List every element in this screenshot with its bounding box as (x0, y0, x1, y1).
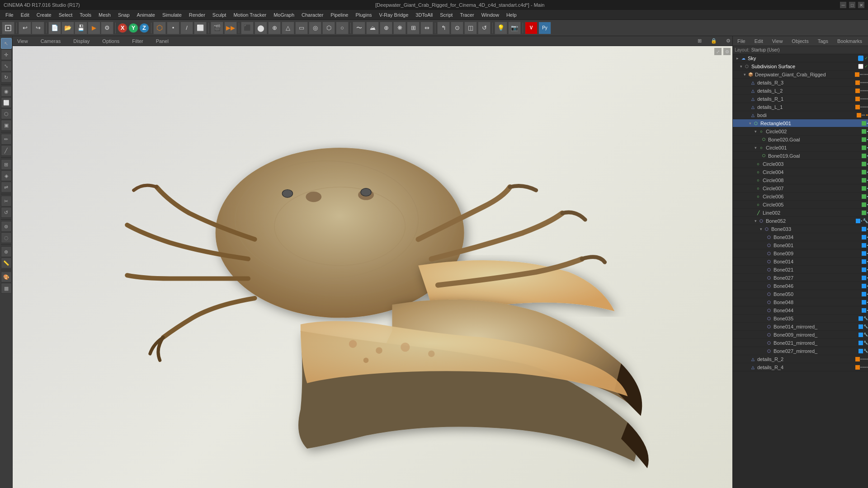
menu-help[interactable]: Help (503, 11, 520, 19)
menu-vray[interactable]: V-Ray Bridge (376, 11, 412, 19)
obj-circle008[interactable]: ○ Circle008 • (733, 176, 868, 184)
obj-bodi[interactable]: △ bodi ▪▪▪ ● (733, 111, 868, 119)
minimize-button[interactable]: ─ (840, 2, 846, 8)
toolbar-render-settings[interactable]: ⚙ (101, 22, 113, 34)
tool-poly-select[interactable]: ▣ (1, 120, 12, 131)
toolbar-new[interactable]: 📄 (48, 22, 61, 34)
toolbar-landscape[interactable]: ⛰ (366, 22, 379, 34)
viewport-tab-options[interactable]: Options (99, 38, 122, 45)
menu-sculpt[interactable]: Sculpt (209, 11, 230, 19)
obj-bone021-mirrored[interactable]: ⬡ Bone021_mirrored_ 🔧 (733, 339, 868, 347)
toolbar-pyramid[interactable]: ⬡ (322, 22, 335, 34)
obj-circle001[interactable]: ▾ ○ Circle001 • (733, 144, 868, 152)
toolbar-undo[interactable]: ↩ (19, 22, 31, 34)
viewport-icon-expand[interactable]: ⊞ (698, 38, 702, 44)
obj-bone048[interactable]: ⬡ Bone048 • (733, 298, 868, 306)
obj-sky[interactable]: ▸ ☁ Sky ✓ (733, 54, 868, 62)
viewport-tab-filter[interactable]: Filter (129, 38, 146, 45)
viewport-expand-icon[interactable]: ⤢ (714, 48, 722, 55)
toolbar-array[interactable]: ⊞ (407, 22, 420, 34)
menu-pipeline[interactable]: Pipeline (327, 11, 352, 19)
tool-smooth[interactable]: ◌ (1, 232, 12, 243)
obj-bone035[interactable]: ⬡ Bone035 🔧 (733, 314, 868, 323)
menu-simulate[interactable]: Simulate (159, 11, 185, 19)
subdiv-expand[interactable]: ▾ (740, 64, 742, 69)
toolbar-bend[interactable]: ↰ (437, 22, 450, 34)
tool-knife[interactable]: ✂ (1, 196, 12, 206)
tool-bevel[interactable]: ◈ (1, 170, 12, 181)
tool-pen[interactable]: ✏ (1, 134, 12, 145)
deepwater-expand[interactable]: ▾ (744, 72, 746, 77)
menu-tools[interactable]: Tools (76, 11, 95, 19)
rect001-expand[interactable]: ▾ (749, 121, 751, 126)
menu-create[interactable]: Create (33, 11, 55, 19)
tool-magnet[interactable]: ⊛ (1, 221, 12, 232)
obj-details-r4[interactable]: △ details_R_4 ▪▪▪▪▪▪ (733, 363, 868, 371)
menu-tracer[interactable]: Tracer (456, 11, 477, 19)
obj-rectangle001[interactable]: ▾ ⬡ Rectangle001 • (733, 119, 868, 127)
panel-tab-file[interactable]: File (735, 38, 748, 45)
toolbar-point-mode[interactable]: • (167, 22, 179, 34)
obj-subdivision-surface[interactable]: ▾ ⬡ Subdivision Surface ✓ (733, 62, 868, 70)
tool-loop[interactable]: ↺ (1, 207, 12, 218)
viewport-icon-lock[interactable]: 🔒 (711, 38, 717, 44)
viewport-icon-settings[interactable]: ⚙ (726, 38, 731, 44)
obj-bone020goal[interactable]: ⬡ Bone020.Goal • (733, 136, 868, 144)
toolbar-python[interactable]: Py (538, 22, 551, 34)
toolbar-spline[interactable]: 〜 (353, 22, 365, 34)
tool-extrude[interactable]: ⊞ (1, 159, 12, 170)
obj-circle007[interactable]: ○ Circle007 • (733, 184, 868, 192)
obj-bone027-mirrored[interactable]: ⬡ Bone027_mirrored_ 🔧 (733, 347, 868, 355)
tool-rotate[interactable]: ↻ (1, 72, 12, 83)
panel-tab-view[interactable]: View (769, 38, 786, 45)
obj-bone014[interactable]: ⬡ Bone014 • (733, 258, 868, 266)
obj-bone044[interactable]: ⬡ Bone044 • (733, 306, 868, 314)
toolbar-camera[interactable]: 📷 (508, 22, 521, 34)
menu-file[interactable]: File (2, 11, 17, 19)
obj-bone052[interactable]: ▾ ⬡ Bone052 • 🔧 (733, 217, 868, 225)
obj-circle004[interactable]: ○ Circle004 • (733, 168, 868, 176)
viewport-tab-cameras[interactable]: Cameras (38, 38, 64, 45)
tool-snap[interactable]: ⊕ (1, 246, 12, 257)
toolbar-shear[interactable]: ◫ (464, 22, 477, 34)
obj-details-l1[interactable]: △ details_L_1 ▪▪▪▪▪▪ (733, 103, 868, 111)
tool-render-region[interactable]: ▦ (1, 283, 12, 294)
tool-line[interactable]: ╱ (1, 145, 12, 156)
obj-circle003[interactable]: ○ Circle003 • (733, 160, 868, 168)
sky-check[interactable]: ✓ (864, 56, 868, 61)
obj-circle006[interactable]: ○ Circle006 • (733, 192, 868, 201)
maximize-button[interactable]: □ (849, 2, 855, 8)
menu-character[interactable]: Character (298, 11, 327, 19)
viewport-tab-display[interactable]: Display (71, 38, 92, 45)
obj-bone027[interactable]: ⬡ Bone027 • (733, 274, 868, 282)
obj-bone033[interactable]: ▾ ⬡ Bone033 • (733, 225, 868, 233)
tool-bridge[interactable]: ⇌ (1, 182, 12, 192)
obj-bone021[interactable]: ⬡ Bone021 • (733, 266, 868, 274)
toolbar-boole[interactable]: ⊕ (380, 22, 392, 34)
menu-edit[interactable]: Edit (17, 11, 33, 19)
tool-measure[interactable]: 📏 (1, 258, 12, 268)
circle001-expand[interactable]: ▾ (755, 145, 757, 150)
menu-motion-tracker[interactable]: Motion Tracker (230, 11, 270, 19)
toolbar-sphere[interactable]: ⬤ (255, 22, 267, 34)
toolbar-save[interactable]: 💾 (75, 22, 87, 34)
obj-bone050[interactable]: ⬡ Bone050 • (733, 290, 868, 298)
toolbar-playblast[interactable]: ▶▶ (224, 22, 237, 34)
toolbar-axis-y[interactable]: Y (128, 23, 138, 33)
close-button[interactable]: ✕ (858, 2, 864, 8)
panel-tab-tags[interactable]: Tags (815, 38, 831, 45)
obj-details-r3[interactable]: △ details_R_3 ▪▪▪▪▪▪ (733, 79, 868, 87)
tool-lasso[interactable]: ⬡ (1, 108, 12, 119)
toolbar-cube[interactable]: ⬛ (241, 22, 254, 34)
obj-bone046[interactable]: ⬡ Bone046 • (733, 282, 868, 290)
menu-plugins[interactable]: Plugins (352, 11, 375, 19)
panel-tab-bookmarks[interactable]: Bookmarks (835, 38, 865, 45)
menu-mesh[interactable]: Mesh (95, 11, 114, 19)
obj-details-l2[interactable]: △ details_L_2 ▪▪▪▪▪▪ (733, 87, 868, 95)
obj-bone019goal[interactable]: ⬡ Bone019.Goal • (733, 152, 868, 160)
menu-mograph[interactable]: MoGraph (270, 11, 298, 19)
toolbar-torus[interactable]: ○ (336, 22, 349, 34)
toolbar-disc[interactable]: ◎ (309, 22, 321, 34)
toolbar-cylinder[interactable]: ⊕ (268, 22, 281, 34)
obj-details-r2[interactable]: △ details_R_2 ▪▪▪▪▪▪ (733, 355, 868, 363)
